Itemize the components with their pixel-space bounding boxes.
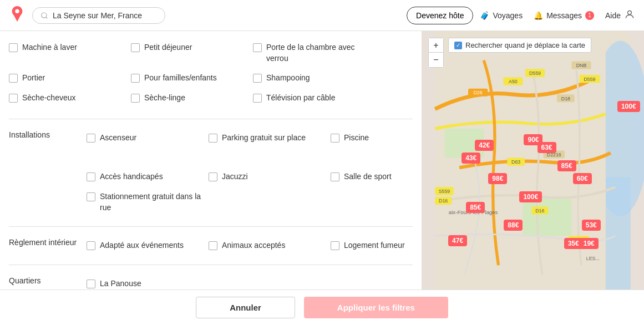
search-when-move-control[interactable]: Rechercher quand je déplace la carte [448,38,591,53]
checkbox-machine-laver[interactable] [9,43,18,52]
installations-row-1: Ascenseur Parking gratuit sur place Pisc… [87,128,422,167]
nav-voyages-label: Voyages [493,11,523,20]
label-animaux: Animaux acceptés [222,240,285,251]
quartiers-title: Quartiers [9,274,87,285]
filter-animaux: Animaux acceptés [209,238,331,253]
price-pin[interactable]: 47€ [448,235,467,246]
divider-quartiers [9,265,413,265]
zoom-in-button[interactable]: + [429,38,443,53]
svg-rect-8 [523,197,571,236]
price-pin[interactable]: 60€ [573,173,592,184]
label-jacuzzi: Jacuzzi [222,171,248,182]
filter-familles: Pour familles/enfants [131,70,253,86]
label-familles: Pour familles/enfants [144,73,217,84]
search-input[interactable] [53,11,153,20]
quartiers-content: La Panouse [87,274,413,290]
nav-messages-label: Messages [546,11,582,20]
amenities-row-2: Portier Pour familles/enfants Shampooing [9,68,413,88]
svg-text:D18: D18 [561,96,570,101]
svg-text:DNB: DNB [576,63,587,68]
search-when-move-label: Rechercher quand je déplace la carte [465,41,585,49]
left-panel: Machine à laver Petit déjeuner Porte de … [0,31,422,290]
price-pin[interactable]: 53€ [582,220,601,231]
nav-voyages[interactable]: 🧳 Voyages [480,11,523,20]
apply-filters-button[interactable]: Appliquer les filtres [304,297,448,318]
reglement-section: Règlement intérieur Adapté aux événement… [9,231,413,260]
search-when-move-checkbox[interactable] [454,42,462,49]
amenities-row-1: Machine à laver Petit déjeuner Porte de … [9,38,413,68]
label-seche-cheveux: Sèche-cheveux [22,93,76,104]
price-pin[interactable]: 88€ [504,220,523,231]
price-pin[interactable]: 43€ [462,153,480,164]
map-zoom-controls: + − [428,38,444,68]
installations-row-2: Accès handicapés Jacuzzi Salle de sport [87,167,422,187]
become-host-button[interactable]: Devenez hôte [407,7,473,24]
label-seche-linge: Sèche-linge [144,93,185,104]
price-pin[interactable]: 19€ [580,238,599,249]
filter-shampooing: Shampooing [253,70,375,86]
checkbox-parking[interactable] [209,134,217,143]
checkbox-salle-sport[interactable] [331,172,339,181]
divider-reglement [9,226,413,227]
filter-salle-sport: Salle de sport [331,169,422,185]
map-container: D26 A50 D559 DNB D559 D18 D2216 D63 S559… [422,31,644,290]
bell-icon: 🔔 [534,11,543,20]
label-salle-sport: Salle de sport [344,171,392,182]
filter-logement-fumeur: Logement fumeur [331,238,422,253]
checkbox-jacuzzi[interactable] [209,172,217,181]
checkbox-stationnement[interactable] [87,192,95,201]
filter-piscine: Piscine [331,130,422,146]
reglement-content: Adapté aux événements Animaux acceptés L… [87,236,422,256]
nav-messages[interactable]: 🔔 Messages 1 [534,11,594,20]
checkbox-acces-handicap[interactable] [87,172,95,181]
svg-text:D559: D559 [584,77,595,82]
price-pin[interactable]: 100€ [519,191,542,202]
filter-adapte-evenements: Adapté aux événements [87,238,209,253]
filter-seche-linge: Sèche-linge [131,90,253,106]
airbnb-logo[interactable] [9,6,26,26]
installations-row-3: Stationnement gratuit dans la rue [87,187,422,217]
filter-portier: Portier [9,70,131,86]
checkbox-piscine[interactable] [331,134,339,143]
map-background: D26 A50 D559 DNB D559 D18 D2216 D63 S559… [422,31,644,290]
zoom-out-button[interactable]: − [429,53,443,67]
label-acces-handicap: Accès handicapés [100,171,163,182]
checkbox-shampooing[interactable] [253,74,262,83]
checkbox-portier[interactable] [9,74,18,83]
price-pin[interactable]: 98€ [488,173,507,184]
label-ascenseur: Ascenseur [100,133,136,144]
filter-ascenseur: Ascenseur [87,130,209,146]
checkbox-la-panouse[interactable] [87,280,95,288]
checkbox-adapte-evenements[interactable] [87,241,95,250]
price-pin[interactable]: 85€ [466,202,485,213]
checkbox-familles[interactable] [131,74,140,83]
search-bar[interactable] [32,7,165,24]
checkbox-animaux[interactable] [209,241,217,250]
price-pin[interactable]: 63€ [537,142,556,153]
cancel-button[interactable]: Annuler [196,297,295,318]
divider-installations [9,119,413,119]
label-la-panouse: La Panouse [100,278,141,290]
price-pin[interactable]: 100€ [617,101,640,112]
checkbox-logement-fumeur[interactable] [331,241,339,250]
label-porte-chambre: Porte de la chambre avec verrou [266,42,375,64]
checkbox-porte-chambre[interactable] [253,43,262,52]
price-pin[interactable]: 42€ [475,140,494,151]
checkbox-television[interactable] [253,94,262,103]
filter-petit-dejeuner: Petit déjeuner [131,40,253,66]
quartiers-row-1: La Panouse [87,274,413,290]
checkbox-seche-linge[interactable] [131,94,140,103]
checkbox-ascenseur[interactable] [87,134,95,143]
svg-point-0 [42,12,47,17]
price-pin[interactable]: 85€ [557,160,576,171]
svg-text:D559: D559 [529,70,541,76]
svg-line-1 [46,17,48,18]
filter-acces-handicap: Accès handicapés [87,169,209,185]
label-stationnement: Stationnement gratuit dans la rue [100,191,209,213]
filter-porte-chambre: Porte de la chambre avec verrou [253,40,375,66]
svg-text:D16: D16 [439,198,448,204]
checkbox-petit-dejeuner[interactable] [131,43,140,52]
filter-stationnement: Stationnement gratuit dans la rue [87,189,209,215]
nav-aide[interactable]: Aide [605,9,635,22]
checkbox-seche-cheveux[interactable] [9,94,18,103]
